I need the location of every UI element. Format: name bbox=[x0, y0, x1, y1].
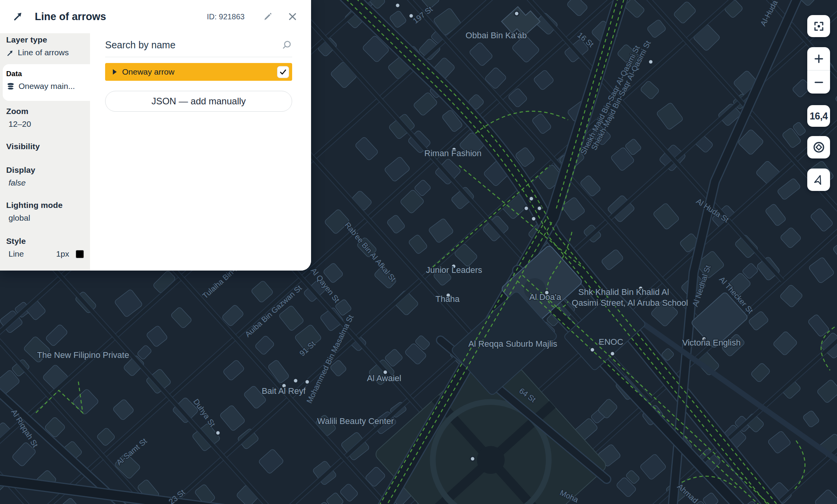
poi-marker-dot[interactable] bbox=[610, 351, 615, 356]
map-label: The New Filipino Private bbox=[37, 350, 129, 360]
close-icon bbox=[288, 12, 298, 22]
poi-marker-dot[interactable] bbox=[395, 3, 400, 8]
sidebar-item-style[interactable]: Style Line 1px bbox=[0, 237, 90, 259]
plus-icon bbox=[813, 53, 825, 65]
style-value: Line bbox=[9, 249, 24, 259]
divider bbox=[105, 57, 292, 57]
sidebar-item-layer-type[interactable]: Layer type Line of arrows bbox=[0, 35, 90, 57]
map-label: Al Doa'a bbox=[529, 292, 561, 302]
dataset-checkbox-checked[interactable] bbox=[277, 66, 289, 78]
map-label: Al Reqqa Suburb Majlis bbox=[468, 339, 557, 349]
poi-marker-dot[interactable] bbox=[531, 216, 536, 221]
map-label: Al-Huda bbox=[759, 0, 779, 27]
poi-marker-dot[interactable] bbox=[537, 206, 542, 211]
layer-settings-sidebar: Layer type Line of arrows Data bbox=[0, 33, 90, 271]
expand-icon bbox=[813, 20, 825, 32]
map-label: Bait Al Reyf bbox=[262, 386, 306, 396]
map-label: Obbai Bin Ka'ab bbox=[466, 31, 527, 40]
layer-type-value: Line of arrows bbox=[18, 48, 69, 57]
style-label: Style bbox=[6, 237, 84, 246]
line-of-arrows-icon bbox=[12, 10, 24, 23]
layer-type-label: Layer type bbox=[6, 35, 84, 44]
app-window: Obbai Bin Ka'abRiman FashionJunior Leade… bbox=[0, 0, 837, 504]
sidebar-item-display[interactable]: Display false bbox=[0, 165, 90, 187]
dataset-icon bbox=[6, 82, 15, 91]
map-label: ENOC bbox=[599, 337, 623, 347]
check-icon bbox=[279, 68, 287, 76]
visibility-label: Visibility bbox=[6, 142, 84, 151]
zoom-out-button[interactable] bbox=[807, 71, 830, 94]
poi-marker-dot[interactable] bbox=[529, 196, 534, 201]
map-label: Rab'ee Bin Al Afkal St bbox=[343, 221, 398, 283]
data-picker-content: Oneway arrow JSON — add manually bbox=[90, 33, 311, 271]
search-row bbox=[105, 36, 292, 53]
poi-marker-dot[interactable] bbox=[216, 431, 220, 435]
lighting-mode-label: Lighting mode bbox=[6, 201, 84, 210]
poi-marker-dot[interactable] bbox=[470, 456, 475, 461]
compass-button[interactable] bbox=[807, 136, 830, 158]
poi-marker-dot[interactable] bbox=[590, 347, 595, 352]
poi-marker-dot[interactable] bbox=[305, 380, 310, 384]
zoom-in-button[interactable] bbox=[807, 47, 830, 70]
sidebar-item-zoom[interactable]: Zoom 12–20 bbox=[0, 107, 90, 129]
sidebar-item-data-selected[interactable]: Data Oneway main... bbox=[3, 64, 90, 101]
data-label: Data bbox=[6, 70, 90, 78]
search-input[interactable] bbox=[105, 39, 281, 51]
locate-button[interactable] bbox=[807, 169, 830, 191]
zoom-level-indicator[interactable]: 16,4 bbox=[807, 105, 830, 127]
page-title: Line of arrows bbox=[35, 11, 106, 23]
zoom-value: 12–20 bbox=[9, 119, 31, 129]
poi-marker-dot[interactable] bbox=[514, 11, 519, 16]
line-width-value: 1px bbox=[56, 249, 69, 259]
data-value: Oneway main... bbox=[19, 82, 75, 91]
map-label: Al Awaiel bbox=[367, 373, 401, 383]
lighting-mode-value: global bbox=[9, 213, 30, 223]
expand-caret-icon bbox=[113, 69, 117, 75]
poi-marker-dot[interactable] bbox=[648, 60, 653, 64]
map-label: Thaha bbox=[436, 294, 460, 304]
json-add-manually-button[interactable]: JSON — add manually bbox=[105, 91, 292, 112]
zoom-label: Zoom bbox=[6, 107, 84, 116]
zoom-control bbox=[807, 47, 830, 94]
poi-marker-dot[interactable] bbox=[524, 206, 529, 211]
map-label: Riman Fashion bbox=[424, 148, 481, 158]
map-label: Walili Beauty Center bbox=[317, 416, 394, 426]
expand-map-button[interactable] bbox=[807, 15, 830, 37]
navigation-arrow-icon bbox=[813, 174, 825, 186]
display-value: false bbox=[9, 178, 26, 187]
search-icon bbox=[281, 39, 292, 50]
close-button[interactable] bbox=[286, 10, 299, 24]
map-label: Qasimi Street, Al Aruba School bbox=[572, 298, 688, 308]
edit-button[interactable] bbox=[261, 10, 275, 24]
line-of-arrows-icon bbox=[6, 49, 14, 57]
minus-icon bbox=[813, 77, 825, 88]
layer-editor-panel: Line of arrows ID: 921863 Layer type bbox=[0, 0, 311, 271]
map-label: Junior Leaders bbox=[426, 265, 482, 275]
zoom-level-value: 16,4 bbox=[810, 111, 828, 122]
line-color-swatch[interactable] bbox=[76, 250, 84, 258]
panel-header: Line of arrows ID: 921863 bbox=[0, 0, 311, 33]
dataset-row-label: Oneway arrow bbox=[122, 67, 277, 77]
compass-icon bbox=[812, 141, 825, 154]
layer-id: ID: 921863 bbox=[207, 12, 245, 21]
sidebar-item-lighting-mode[interactable]: Lighting mode global bbox=[0, 201, 90, 223]
display-label: Display bbox=[6, 165, 84, 175]
poi-marker-dot[interactable] bbox=[293, 378, 298, 383]
dataset-row-oneway-arrow[interactable]: Oneway arrow bbox=[105, 63, 292, 81]
sidebar-item-visibility[interactable]: Visibility bbox=[0, 142, 90, 151]
pencil-icon bbox=[263, 12, 273, 22]
map-label: Shk Khalid Bin Khalid Al bbox=[578, 287, 669, 297]
map-label: Victoria English bbox=[682, 338, 740, 347]
